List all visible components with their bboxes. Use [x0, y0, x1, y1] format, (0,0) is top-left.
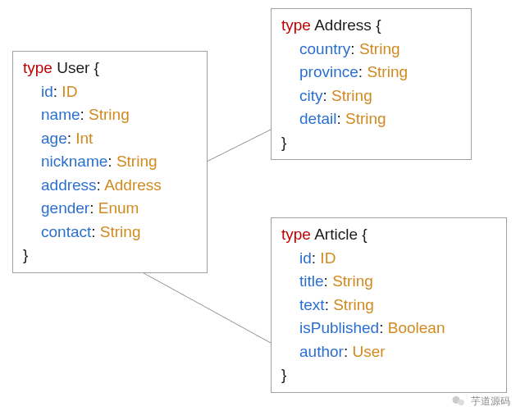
field-name: gender — [41, 199, 89, 217]
field-row: id: ID — [281, 247, 498, 271]
footer-text: 芋道源码 — [471, 395, 510, 409]
field-type: String — [359, 40, 400, 57]
field-row: gender: Enum — [23, 197, 199, 221]
type-name-address: Address — [314, 16, 372, 34]
type-header: type Address { — [281, 14, 463, 38]
keyword-type: type — [281, 16, 311, 34]
field-name: detail — [299, 110, 336, 127]
field-name: country — [299, 40, 350, 57]
field-type: Boolean — [388, 319, 445, 336]
field-name: address — [41, 176, 97, 194]
field-type: Address — [104, 176, 162, 194]
field-type: ID — [320, 249, 336, 267]
field-row: age: Int — [23, 127, 199, 151]
open-brace: { — [362, 226, 367, 243]
close-brace: } — [281, 363, 498, 387]
field-type: String — [333, 296, 374, 313]
open-brace: { — [376, 16, 381, 34]
type-header: type User { — [23, 57, 199, 80]
field-row: contact: String — [23, 221, 199, 244]
type-name-article: Article — [314, 226, 358, 243]
field-name: author — [299, 343, 344, 360]
field-type: String — [89, 106, 130, 123]
type-box-address: type Address { country: String province:… — [271, 8, 472, 160]
keyword-type: type — [23, 59, 52, 76]
field-name: age — [41, 130, 67, 147]
field-type: String — [367, 63, 408, 80]
field-row: title: String — [281, 270, 498, 294]
field-row: country: String — [281, 38, 463, 62]
field-name: name — [41, 106, 80, 123]
open-brace: { — [94, 59, 99, 76]
field-row: city: String — [281, 84, 463, 108]
type-box-user: type User { id: ID name: String age: Int… — [12, 51, 208, 273]
svg-point-3 — [458, 399, 464, 406]
field-type: User — [352, 343, 385, 360]
field-row: address: Address — [23, 174, 199, 198]
field-row: name: String — [23, 103, 199, 127]
field-name: contact — [41, 223, 91, 240]
field-name: title — [299, 272, 324, 290]
keyword-type: type — [281, 226, 311, 243]
field-type: ID — [62, 83, 77, 100]
field-row: nickname: String — [23, 150, 199, 174]
field-name: city — [299, 87, 323, 104]
field-row: id: ID — [23, 80, 199, 104]
field-type: String — [100, 223, 141, 240]
field-type: String — [331, 87, 372, 104]
field-name: id — [41, 83, 53, 100]
field-name: nickname — [41, 153, 107, 170]
type-box-article: type Article { id: ID title: String text… — [271, 217, 507, 393]
field-row: isPublished: Boolean — [281, 317, 498, 340]
footer-badge: 芋道源码 — [451, 394, 510, 409]
field-name: province — [299, 63, 358, 80]
field-type: String — [116, 153, 158, 170]
wechat-icon — [451, 394, 466, 409]
field-name: isPublished — [299, 319, 379, 336]
field-type: Enum — [98, 199, 139, 217]
field-type: Int — [75, 130, 93, 147]
field-row: province: String — [281, 61, 463, 84]
type-name-user: User — [57, 59, 89, 76]
type-header: type Article { — [281, 223, 498, 247]
field-type: String — [345, 110, 386, 127]
field-row: text: String — [281, 294, 498, 317]
field-row: detail: String — [281, 107, 463, 131]
field-row: author: User — [281, 340, 498, 364]
field-name: text — [299, 296, 325, 313]
field-type: String — [332, 272, 373, 290]
close-brace: } — [23, 244, 199, 267]
close-brace: } — [281, 131, 463, 155]
field-name: id — [299, 249, 312, 267]
